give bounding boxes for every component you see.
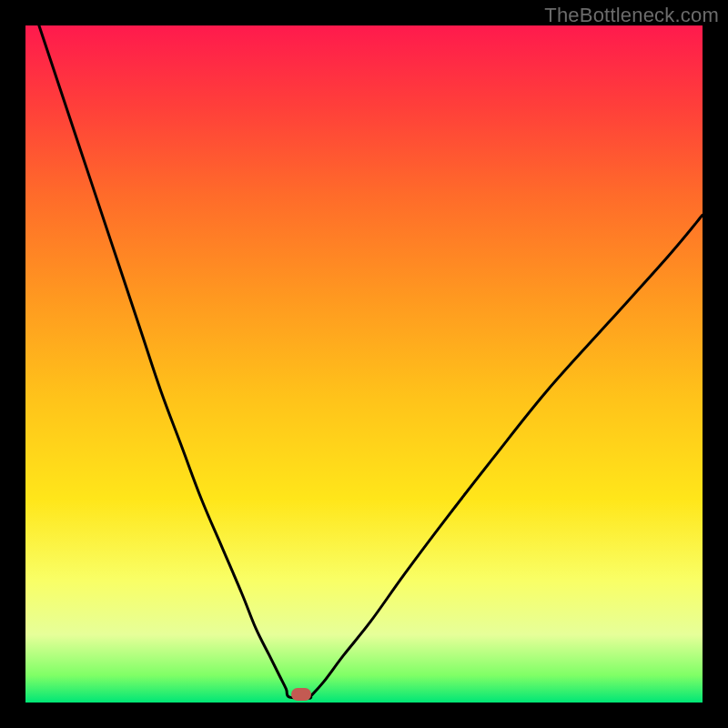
chart-plot-area (25, 25, 703, 703)
bottleneck-curve (25, 25, 703, 703)
curve-path (39, 25, 703, 698)
watermark-text: TheBottleneck.com (544, 4, 719, 27)
optimal-marker (291, 688, 311, 701)
chart-frame: TheBottleneck.com (0, 0, 728, 728)
